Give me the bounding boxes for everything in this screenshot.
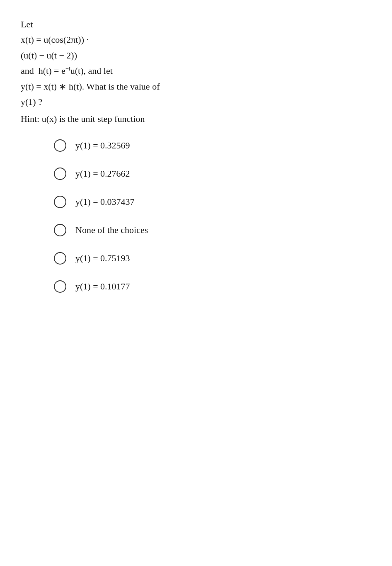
choice-label-b: y(1) = 0.27662 (75, 168, 130, 179)
radio-e[interactable] (54, 252, 66, 265)
choice-label-d: None of the choices (75, 225, 148, 236)
choice-label-a: y(1) = 0.32569 (75, 140, 130, 151)
choice-item-a[interactable]: y(1) = 0.32569 (21, 139, 371, 152)
radio-f[interactable] (54, 280, 66, 293)
choices-list: y(1) = 0.32569 y(1) = 0.27662 y(1) = 0.0… (21, 139, 371, 293)
choice-item-c[interactable]: y(1) = 0.037437 (21, 196, 371, 208)
question-line-4: and h(t) = e−tu(t), and let (21, 63, 371, 78)
question-line-6: y(1) ? (21, 94, 371, 109)
choice-item-e[interactable]: y(1) = 0.75193 (21, 252, 371, 265)
radio-c[interactable] (54, 196, 66, 208)
question-line-1: Let (21, 17, 371, 32)
choice-label-f: y(1) = 0.10177 (75, 281, 130, 292)
radio-b[interactable] (54, 168, 66, 180)
choice-item-b[interactable]: y(1) = 0.27662 (21, 168, 371, 180)
question-hint: Hint: u(x) is the unit step function (21, 111, 371, 126)
question-line-5: y(t) = x(t) ∗ h(t). What is the value of (21, 79, 371, 94)
question-block: Let x(t) = u(cos(2πt)) · (u(t) − u(t − 2… (21, 17, 371, 127)
choice-item-f[interactable]: y(1) = 0.10177 (21, 280, 371, 293)
choice-item-d[interactable]: None of the choices (21, 224, 371, 236)
choice-label-c: y(1) = 0.037437 (75, 197, 135, 207)
question-line-3: (u(t) − u(t − 2)) (21, 48, 371, 63)
radio-d[interactable] (54, 224, 66, 236)
choice-label-e: y(1) = 0.75193 (75, 253, 130, 264)
radio-a[interactable] (54, 139, 66, 152)
question-line-2: x(t) = u(cos(2πt)) · (21, 32, 371, 47)
question-text: Let x(t) = u(cos(2πt)) · (u(t) − u(t − 2… (21, 17, 371, 127)
